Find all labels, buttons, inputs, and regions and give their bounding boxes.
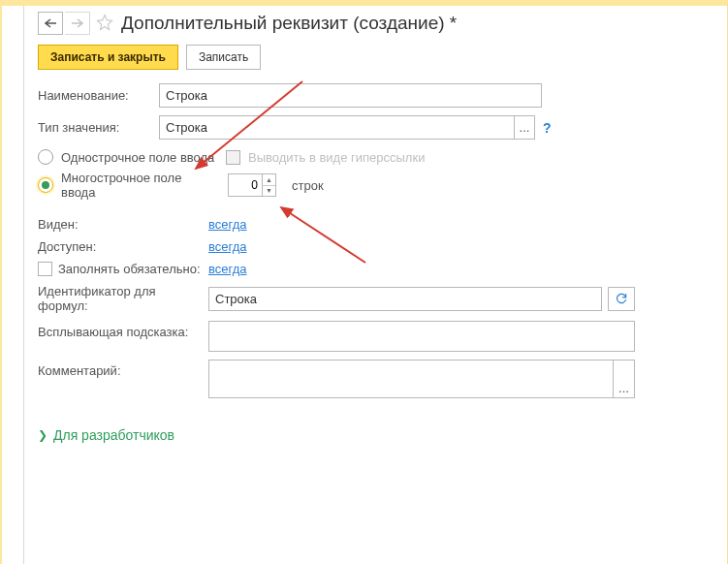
mandatory-link[interactable]: всегда [208,262,246,276]
single-line-label: Однострочное поле ввода [61,150,218,165]
nav-forward-button[interactable] [65,12,90,35]
formula-id-input[interactable] [208,287,602,311]
comment-input[interactable] [208,360,614,398]
rows-suffix: строк [292,178,324,193]
page-title: Дополнительный реквизит (создание) * [121,13,457,34]
available-label: Доступен: [38,239,208,254]
save-and-close-button[interactable]: Записать и закрыть [38,45,178,70]
developers-label: Для разработчиков [53,427,174,443]
rows-input[interactable] [228,173,263,197]
visible-link[interactable]: всегда [208,217,246,232]
type-more-button[interactable]: ... [514,115,535,140]
mandatory-label: Заполнять обязательно: [58,262,201,276]
tooltip-input[interactable] [208,321,635,352]
type-input[interactable] [159,115,514,140]
tooltip-label: Всплывающая подсказка: [38,321,208,339]
comment-label: Комментарий: [38,360,208,378]
hyperlink-checkbox [226,150,240,165]
available-link[interactable]: всегда [208,239,246,254]
nav-back-button[interactable] [38,12,63,35]
developers-section-toggle[interactable]: ❯ Для разработчиков [38,427,174,443]
formula-id-label: Идентификатор для формул: [38,284,208,313]
multi-line-label: Многострочное поле ввода [61,171,218,200]
help-icon[interactable]: ? [543,120,552,136]
type-label: Тип значения: [38,120,159,135]
rows-up-button[interactable]: ▲ [263,174,275,186]
formula-refresh-button[interactable] [608,287,635,311]
name-label: Наименование: [38,88,159,103]
visible-label: Виден: [38,217,208,232]
comment-more-button[interactable]: ... [614,360,635,398]
name-input[interactable] [159,83,542,108]
save-button[interactable]: Записать [186,45,261,70]
hyperlink-label: Выводить в виде гиперссылки [248,150,425,165]
favorite-star-icon[interactable] [96,14,113,34]
mandatory-checkbox[interactable] [38,262,52,276]
rows-down-button[interactable]: ▼ [263,186,275,197]
multi-line-radio[interactable] [38,177,53,193]
chevron-right-icon: ❯ [38,428,47,442]
single-line-radio[interactable] [38,149,53,165]
